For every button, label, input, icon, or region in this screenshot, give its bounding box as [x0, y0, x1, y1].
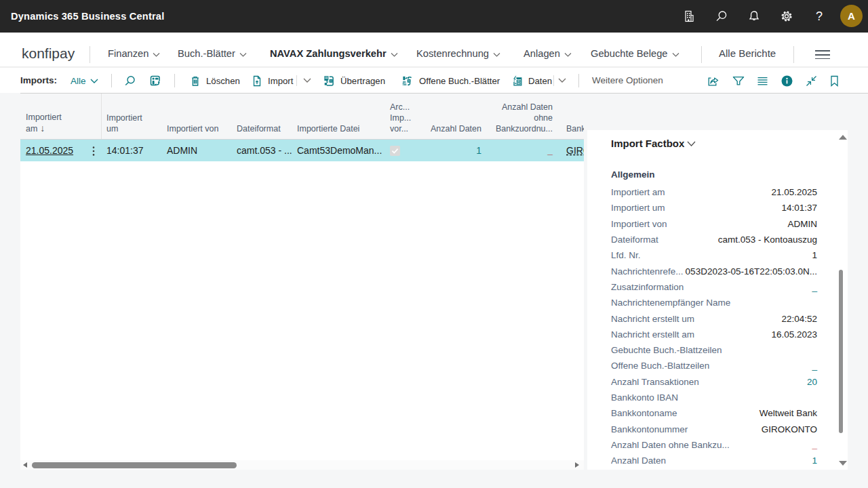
- bell-icon: [747, 9, 761, 23]
- column-header-label: Importiert von: [167, 124, 218, 134]
- bank-account-link[interactable]: GIROKONTO: [566, 145, 584, 156]
- scroll-right-arrow-icon[interactable]: [575, 462, 579, 468]
- scroll-down-arrow-icon[interactable]: [839, 461, 847, 466]
- delete-button[interactable]: Löschen: [190, 68, 240, 94]
- chevron-down-icon: [239, 53, 247, 57]
- analyze-icon: [150, 75, 161, 87]
- factbox-fields: Importiert am21.05.2025Importiert um14:0…: [611, 184, 817, 468]
- import-button[interactable]: Import: [252, 68, 293, 94]
- column-header-8[interactable]: Bank: [566, 123, 584, 134]
- cell-anzahl-daten-ohne: _: [492, 140, 553, 162]
- search-button[interactable]: [705, 0, 738, 33]
- column-header-1[interactable]: Importiert um: [106, 113, 156, 134]
- search-list-button[interactable]: [124, 75, 136, 87]
- data-dropdown-chevron[interactable]: [558, 78, 566, 83]
- info-button[interactable]: [781, 75, 793, 87]
- vertical-ellipsis-icon: [92, 146, 95, 156]
- chevron-down-icon: [687, 141, 696, 146]
- row-context-menu[interactable]: [89, 140, 98, 162]
- list-view-button[interactable]: [757, 75, 768, 87]
- hamburger-menu-icon[interactable]: [815, 50, 830, 60]
- nav-item-4[interactable]: Anlagen: [524, 41, 572, 66]
- chevron-down-icon: [493, 53, 500, 57]
- factbox-field-label: Bankkontonummer: [611, 424, 762, 434]
- factbox-field-value[interactable]: _: [812, 361, 817, 371]
- avatar[interactable]: A: [840, 5, 863, 27]
- nav-item-2[interactable]: NAVAX Zahlungsverkehr: [270, 41, 398, 66]
- factbox-field-value[interactable]: 1: [812, 455, 817, 466]
- bookmark-button[interactable]: [830, 75, 839, 87]
- nav-item-3[interactable]: Kostenrechnung: [416, 41, 500, 66]
- factbox-field-row: Importiert am21.05.2025: [611, 184, 817, 200]
- record-date-link[interactable]: 21.05.2025: [26, 145, 73, 156]
- nav-item-0[interactable]: Finanzen: [108, 41, 160, 66]
- factbox-field-label: Nachricht erstellt um: [611, 314, 781, 324]
- collapse-button[interactable]: [806, 75, 817, 87]
- cell-importiert-am[interactable]: 21.05.2025: [26, 140, 96, 162]
- column-header-4[interactable]: Importierte Datei: [297, 123, 379, 134]
- page-caption: Imports:: [20, 68, 57, 94]
- factbox-field-label: Anzahl Daten: [611, 455, 812, 466]
- import-dropdown-chevron[interactable]: [303, 78, 311, 83]
- cell-importierte-datei[interactable]: Camt53DemoMan...: [297, 140, 379, 162]
- factbox-title-dropdown[interactable]: Import Factbox: [611, 138, 696, 149]
- open-journals-button[interactable]: Offene Buch.-Blätter: [402, 68, 500, 94]
- horizontal-scrollbar-thumb[interactable]: [32, 462, 237, 468]
- environment-button[interactable]: [673, 0, 705, 33]
- bookmark-icon: [830, 75, 839, 87]
- search-icon: [715, 9, 728, 23]
- column-header-0[interactable]: Importiert am ↓: [26, 112, 96, 134]
- analyze-button[interactable]: [150, 75, 161, 87]
- transfer-button[interactable]: Übertragen: [323, 68, 385, 94]
- chevron-down-icon: [303, 78, 311, 83]
- factbox-field-row: Nachrichtenrefe...053D2023-05-16T22:05:0…: [611, 263, 817, 279]
- factbox-field-row: Anzahl Transaktionen20: [611, 374, 817, 390]
- chevron-down-icon: [90, 79, 98, 83]
- cell-bank[interactable]: GIROKONTO: [566, 140, 584, 162]
- cell-importiert-von[interactable]: ADMIN: [167, 140, 226, 162]
- open-journals-icon: [402, 75, 414, 87]
- column-header-7[interactable]: Anzahl Daten ohne Bankzuordnu...: [492, 102, 553, 134]
- help-icon: ?: [816, 9, 823, 24]
- share-icon: [707, 75, 719, 87]
- info-icon: [781, 75, 793, 87]
- nav-item-1[interactable]: Buch.-Blätter: [178, 41, 247, 66]
- share-button[interactable]: [707, 75, 719, 87]
- column-header-2[interactable]: Importiert von: [167, 123, 226, 134]
- nav-item-label: Buch.-Blätter: [178, 48, 235, 59]
- data-button[interactable]: Daten: [511, 68, 552, 94]
- factbox-field-value[interactable]: 20: [807, 377, 817, 387]
- factbox-field-row: Anzahl Daten ohne Bankzu..._: [611, 437, 817, 453]
- column-header-5[interactable]: Arc... Imp... vor...: [390, 102, 412, 134]
- vertical-scrollbar-thumb[interactable]: [839, 270, 843, 433]
- factbox-field-row: BankkontonameWeltweit Bank: [611, 405, 817, 421]
- column-header-3[interactable]: Dateiformat: [237, 123, 286, 134]
- factbox-field-label: Nachrichtenempfänger Name: [611, 298, 817, 308]
- cell-importiert-um[interactable]: 14:01:37: [106, 140, 156, 162]
- nav-item-alle-berichte[interactable]: Alle Berichte: [719, 41, 776, 66]
- delete-label: Löschen: [206, 76, 240, 86]
- cell-anzahl-daten[interactable]: 1: [422, 140, 481, 162]
- column-header-label: Importiert um: [106, 113, 142, 134]
- table-row[interactable]: 21.05.202514:01:37ADMINcamt.053 - ...Cam…: [20, 139, 584, 161]
- cell-dateiformat[interactable]: camt.053 - ...: [237, 140, 286, 162]
- factbox-field-label: Lfd. Nr.: [611, 250, 812, 260]
- nav-item-label: NAVAX Zahlungsverkehr: [270, 48, 387, 59]
- filter-button[interactable]: [732, 75, 745, 87]
- scroll-left-arrow-icon[interactable]: [23, 462, 27, 468]
- column-header-6[interactable]: Anzahl Daten: [422, 123, 481, 134]
- factbox-field-value[interactable]: _: [812, 282, 817, 292]
- office-building-icon: [682, 9, 696, 23]
- more-options-button[interactable]: Weitere Optionen: [592, 68, 663, 94]
- chevron-down-icon: [564, 53, 572, 57]
- help-button[interactable]: ?: [803, 0, 835, 33]
- settings-button[interactable]: [770, 0, 803, 33]
- notifications-button[interactable]: [738, 0, 770, 33]
- nav-item-label: Gebuchte Belege: [591, 48, 668, 59]
- nav-item-5[interactable]: Gebuchte Belege: [591, 41, 679, 66]
- scroll-up-arrow-icon[interactable]: [839, 135, 847, 140]
- toolbar-divider: [174, 74, 175, 87]
- nav-item-label: Kostenrechnung: [416, 48, 489, 59]
- view-filter-dropdown[interactable]: Alle: [71, 68, 98, 94]
- archive-checkbox[interactable]: [390, 146, 400, 156]
